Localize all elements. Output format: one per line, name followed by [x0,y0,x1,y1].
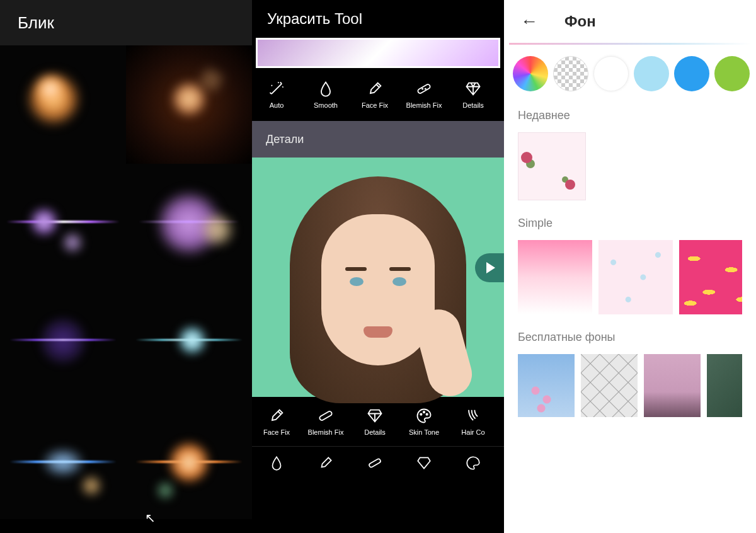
background-panel-title: Фон [564,13,596,30]
color-swatch[interactable] [674,56,709,91]
flare-item[interactable] [126,164,252,282]
tool-skintone[interactable]: Skin Tone [399,407,449,436]
color-swatch[interactable] [714,56,750,91]
tool-blemish[interactable]: Blemish Fix [301,407,350,436]
flare-panel-title: Блик [0,0,252,45]
background-tile-recent[interactable] [518,132,586,200]
tool-details[interactable]: Details [350,407,399,436]
flare-grid [0,45,252,519]
tool-row-top: Auto Smooth Face Fix Blemish Fix Details [252,68,504,121]
cursor-icon: ↖ [145,510,156,525]
flare-item[interactable] [0,164,126,282]
tool-smooth[interactable]: Smooth [301,80,350,109]
color-swatch[interactable] [634,56,669,91]
preview-photo[interactable] [252,158,504,397]
brush-icon [366,80,384,98]
section-title-details: Детали [252,121,504,158]
bandage-icon [367,455,383,471]
diamond-icon [366,407,384,425]
flare-item[interactable] [126,401,252,519]
tool-row-bottom: Face Fix Blemish Fix Details Skin Tone H… [252,397,504,446]
svg-rect-0 [417,84,431,95]
section-recent: Недавнее [504,109,756,200]
tool-label: Face Fix [362,101,388,109]
drop-icon [268,455,285,471]
svg-point-1 [422,88,423,89]
tool-facefix[interactable]: Face Fix [350,80,399,109]
background-tile[interactable] [581,354,638,417]
color-swatch-picker[interactable] [513,56,548,91]
background-tile[interactable] [518,354,575,417]
svg-point-5 [423,411,425,413]
tool-label: Hair Co [461,428,484,436]
brush-icon [318,455,334,471]
flare-item[interactable] [0,45,126,164]
flare-item[interactable] [0,282,126,401]
tool-label: Auto [270,101,284,109]
background-tile[interactable] [707,354,742,417]
tool-label: Smooth [314,101,338,109]
drop-icon [317,80,335,98]
tool-icon[interactable] [350,455,399,471]
beautify-panel-title: Украсить Tool [252,0,504,38]
section-heading: Недавнее [518,109,742,122]
tool-label: Blemish Fix [308,428,344,436]
tool-icon[interactable] [449,455,498,471]
background-panel-header: ← Фон [504,0,756,43]
play-button[interactable] [475,253,504,282]
tool-icon[interactable] [399,455,449,471]
back-arrow-icon[interactable]: ← [520,11,538,32]
bandage-icon [415,80,433,98]
wand-icon [268,80,285,98]
tool-haircolor[interactable]: Hair Co [449,407,498,436]
tool-label: Face Fix [263,428,290,436]
svg-point-6 [427,414,428,415]
flare-panel: Блик [0,0,252,533]
divider [509,43,751,45]
beautify-panel: Украсить Tool Auto Smooth Face Fix Blemi… [252,0,504,533]
tool-label: Details [364,428,386,436]
color-swatch[interactable] [593,56,629,91]
svg-point-4 [420,414,421,415]
tool-details[interactable]: Details [449,80,498,109]
tool-icon[interactable] [252,455,301,471]
tool-row-icons [252,446,504,479]
svg-rect-7 [369,458,381,467]
section-heading: Бесплатные фоны [518,331,742,344]
tool-auto[interactable]: Auto [252,80,301,109]
background-tile[interactable] [679,240,742,314]
tool-icon[interactable] [301,455,350,471]
diamond-icon [464,80,482,98]
background-panel: ← Фон Недавнее Simple Бесплатные фоны [504,0,756,533]
background-tile[interactable] [518,240,592,314]
palette-icon [465,455,481,471]
section-free: Бесплатные фоны [504,331,756,417]
tool-label: Details [462,101,484,109]
background-tile[interactable] [644,354,701,417]
diamond-icon [416,455,432,471]
brush-icon [268,407,285,425]
preview-thumbnail[interactable] [256,38,500,68]
palette-icon [415,407,433,425]
background-tile[interactable] [598,240,673,314]
tool-label: Blemish Fix [406,101,442,109]
tool-label: Skin Tone [409,428,439,436]
section-simple: Simple [504,217,756,314]
section-heading: Simple [518,217,742,230]
flare-item[interactable] [126,45,252,164]
flare-item[interactable] [126,282,252,401]
tool-blemish[interactable]: Blemish Fix [399,80,449,109]
tool-facefix[interactable]: Face Fix [252,407,301,436]
color-swatch-row [504,56,756,109]
flare-item[interactable] [0,401,126,519]
svg-rect-3 [319,411,333,421]
color-swatch-transparent[interactable] [553,56,588,91]
hair-icon [464,407,482,425]
svg-point-2 [425,88,426,89]
bandage-icon [317,407,335,425]
